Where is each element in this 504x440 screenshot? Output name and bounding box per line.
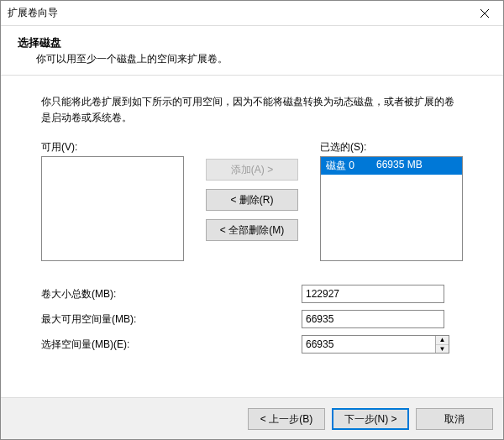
remove-button[interactable]: < 删除(R) xyxy=(206,189,298,211)
disk-transfer: 可用(V): 添加(A) > < 删除(R) < 全部删除(M) 已选的(S):… xyxy=(41,140,463,261)
cancel-button[interactable]: 取消 xyxy=(416,408,493,430)
total-size-label: 卷大小总数(MB): xyxy=(41,287,302,301)
select-amount-spinner[interactable]: ▲ ▼ xyxy=(302,335,449,354)
wizard-body: 你只能将此卷扩展到如下所示的可用空间，因为不能将磁盘转换为动态磁盘，或者被扩展的… xyxy=(1,76,503,397)
selected-listbox[interactable]: 磁盘 0 66935 MB xyxy=(320,156,463,261)
select-amount-input[interactable] xyxy=(302,336,435,353)
wizard-header: 选择磁盘 你可以用至少一个磁盘上的空间来扩展卷。 xyxy=(1,26,503,76)
available-label: 可用(V): xyxy=(41,140,184,155)
add-button[interactable]: 添加(A) > xyxy=(206,159,298,181)
page-title: 选择磁盘 xyxy=(18,36,483,50)
page-subtitle: 你可以用至少一个磁盘上的空间来扩展卷。 xyxy=(36,52,483,66)
next-button[interactable]: 下一步(N) > xyxy=(332,408,409,430)
max-avail-row: 最大可用空间量(MB): 66935 xyxy=(41,310,463,328)
remove-all-button[interactable]: < 全部删除(M) xyxy=(206,219,298,241)
close-button[interactable] xyxy=(465,1,503,25)
select-amount-label: 选择空间量(MB)(E): xyxy=(41,338,302,352)
selected-label: 已选的(S): xyxy=(320,140,463,155)
window-title: 扩展卷向导 xyxy=(1,6,465,20)
available-listbox[interactable] xyxy=(41,156,184,261)
select-amount-row: 选择空间量(MB)(E): ▲ ▼ xyxy=(41,335,463,354)
back-button[interactable]: < 上一步(B) xyxy=(248,408,325,430)
wizard-window: 扩展卷向导 选择磁盘 你可以用至少一个磁盘上的空间来扩展卷。 你只能将此卷扩展到… xyxy=(0,0,504,440)
title-bar: 扩展卷向导 xyxy=(1,1,503,26)
total-size-row: 卷大小总数(MB): 122927 xyxy=(41,285,463,303)
transfer-buttons: 添加(A) > < 删除(R) < 全部删除(M) xyxy=(184,140,320,241)
total-size-value: 122927 xyxy=(302,285,444,303)
hint-text: 你只能将此卷扩展到如下所示的可用空间，因为不能将磁盘转换为动态磁盘，或者被扩展的… xyxy=(41,94,463,125)
close-icon xyxy=(480,9,489,18)
spinner-up[interactable]: ▲ xyxy=(436,336,449,345)
spinner-arrows: ▲ ▼ xyxy=(435,336,449,353)
available-column: 可用(V): xyxy=(41,140,184,261)
list-item[interactable]: 磁盘 0 66935 MB xyxy=(321,157,462,175)
selected-column: 已选的(S): 磁盘 0 66935 MB xyxy=(320,140,463,261)
spinner-down[interactable]: ▼ xyxy=(436,345,449,354)
disk-name: 磁盘 0 xyxy=(326,159,376,173)
disk-size: 66935 MB xyxy=(376,159,423,173)
max-avail-value: 66935 xyxy=(302,310,444,328)
wizard-footer: < 上一步(B) 下一步(N) > 取消 xyxy=(1,397,503,439)
max-avail-label: 最大可用空间量(MB): xyxy=(41,312,302,327)
